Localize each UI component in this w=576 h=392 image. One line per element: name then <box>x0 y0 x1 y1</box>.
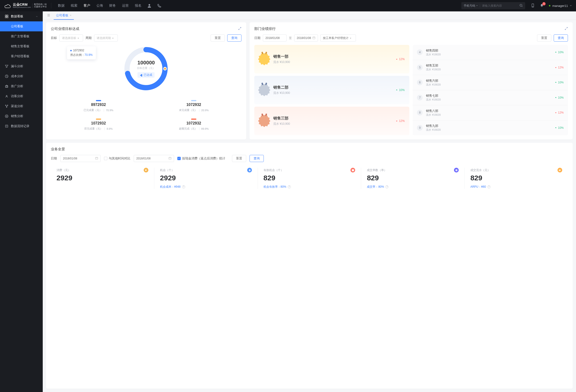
tab-bar: 公司看板 × <box>43 11 576 20</box>
date2-input[interactable]: 2018/01/08 <box>134 155 174 162</box>
kpi-1: 机会（个）2929机会成本：¥948? <box>154 168 258 189</box>
kpi-indigo-icon <box>454 168 459 173</box>
goal-label: 目标 <box>51 36 57 40</box>
kpi-orange-icon <box>144 168 148 173</box>
sidebar-item-2[interactable]: 销售主管看板 <box>0 41 43 51</box>
nav-item-4[interactable]: 财务 <box>109 3 116 8</box>
target-total-label: 目标总量（元） <box>137 66 155 70</box>
close-icon[interactable]: × <box>70 14 71 17</box>
cash-checkbox[interactable]: 按现金消费（返点后消费）统计 <box>177 156 225 161</box>
nav-item-0[interactable]: 数据 <box>58 3 65 8</box>
phone-icon[interactable] <box>157 3 161 8</box>
rank-top-3: 3销售三部流水 ¥10,90012% <box>254 107 409 135</box>
help-icon[interactable]: ? <box>288 185 291 188</box>
nav-item-3[interactable]: 公海 <box>96 3 103 8</box>
chevron-up-icon <box>36 15 38 18</box>
rank-top-2: 2销售二部流水 ¥10,90010% <box>254 76 409 104</box>
expand-icon[interactable] <box>565 27 568 31</box>
rank-top-1: 1销售一部流水 ¥10,90012% <box>254 45 409 73</box>
user-icon[interactable] <box>147 3 151 8</box>
svg-rect-20 <box>313 37 315 39</box>
sidebar-link-cost[interactable]: 成本分析 <box>0 71 43 81</box>
chart-tooltip: 1072932 所占比例：70.9% <box>67 46 96 60</box>
notification-badge: 5 <box>542 2 546 5</box>
query-button[interactable]: 查询 <box>554 34 568 42</box>
query-button[interactable]: 查询 <box>250 155 264 162</box>
collapse-sidebar-icon[interactable] <box>44 14 50 18</box>
help-icon[interactable]: ? <box>182 185 185 188</box>
sidebar-item-0[interactable]: 公司看板 <box>0 21 43 31</box>
card-title: 公司业绩目标达成 <box>51 27 79 31</box>
user-menu[interactable]: manager11 <box>549 4 572 8</box>
search-icon[interactable] <box>519 4 523 8</box>
nav-item-1[interactable]: 线索 <box>71 3 77 8</box>
svg-point-3 <box>533 6 533 7</box>
username: manager11 <box>552 4 568 8</box>
goal-select[interactable]: 请选择目标▾ <box>59 34 83 42</box>
reset-button[interactable]: 重置 <box>211 34 225 42</box>
sidebar-item-1[interactable]: 推广主管看板 <box>0 31 43 41</box>
sidebar-link-sales[interactable]: 销售分析 <box>0 111 43 121</box>
help-icon[interactable]: ? <box>488 185 490 188</box>
bell-icon[interactable]: 5 <box>540 3 544 8</box>
compare-checkbox[interactable]: 与其他时间对比 <box>104 156 130 161</box>
svg-rect-4 <box>5 15 6 16</box>
perf-stat-0: 8972932已完成量（元）70.9% <box>51 97 146 115</box>
main-content: 公司看板 × 公司业绩目标达成 目标 请选择目标▾ 周期 请选择周期▾ <box>43 11 576 392</box>
svg-rect-16 <box>5 125 8 127</box>
rank-row-8: 8销售八部流水 ¥1902012% <box>413 105 568 121</box>
period-label: 周期 <box>86 36 92 40</box>
nav-item-6[interactable]: 报名 <box>135 3 142 8</box>
help-icon[interactable]: ? <box>385 185 388 188</box>
sidebar: 数据看板 公司看板推广主管看板销售主管看板客户经理看板 漏斗分析成本分析推广分析… <box>0 11 43 392</box>
nav-item-5[interactable]: 运营 <box>122 3 129 8</box>
expand-icon[interactable] <box>238 27 241 31</box>
medal-2-icon: 2 <box>259 84 269 96</box>
rank-row-7: 7销售七部流水 ¥1902010% <box>413 90 568 105</box>
sidebar-link-promo[interactable]: 推广分析 <box>0 81 43 91</box>
rank-row-4: 4销售四部流水 ¥1902010% <box>413 45 568 60</box>
flow-icon <box>5 124 8 128</box>
visitor-icon <box>5 94 8 98</box>
rank-row-6: 6销售六部流水 ¥1902010% <box>413 75 568 90</box>
date-start-input[interactable]: 2018/01/08 <box>263 34 287 42</box>
ranking-card: 部门业绩排行 日期 2018/01/08 至 2018/01/08 按工单客户经… <box>250 22 573 139</box>
kpi-4: 成交流水（元）829ARPU：¥80? <box>465 168 568 189</box>
sidebar-link-funnel[interactable]: 漏斗分析 <box>0 61 43 71</box>
sidebar-item-3[interactable]: 客户经理看板 <box>0 51 43 61</box>
query-button[interactable]: 查询 <box>227 34 241 42</box>
sidebar-link-flow[interactable]: 数据流转记录 <box>0 121 43 131</box>
perf-stat-2: 1072932应完成量（元）8.9% <box>51 115 146 134</box>
channel-icon <box>5 104 8 108</box>
date-label: 日期 <box>51 156 57 161</box>
date-end-input[interactable]: 2018/01/08 <box>294 34 318 42</box>
kpi-blue-icon <box>247 168 252 173</box>
sidebar-section-dashboard[interactable]: 数据看板 <box>0 11 43 21</box>
primary-nav: 数据线索客户公海财务运营报名 <box>58 3 142 8</box>
date1-input[interactable]: 2018/01/08 <box>60 155 101 162</box>
cost-icon <box>5 74 8 78</box>
svg-point-14 <box>5 115 8 118</box>
nav-item-2[interactable]: 客户 <box>84 3 90 8</box>
donut-chart: 100000 目标总量（元） 已达成 <box>120 43 172 95</box>
search-box: 手机号码 <box>461 2 525 9</box>
svg-rect-7 <box>7 17 8 18</box>
sidebar-link-channel[interactable]: 渠道分析 <box>0 101 43 111</box>
search-type-select[interactable]: 手机号码 <box>464 4 478 8</box>
perf-stat-3: 1072932超额完成（元）89.9% <box>146 115 241 134</box>
sidebar-link-visitor[interactable]: 访客分析 <box>0 91 43 101</box>
svg-point-13 <box>6 107 7 108</box>
search-input[interactable] <box>480 4 518 7</box>
kpi-red-icon <box>350 168 355 173</box>
sales-icon <box>5 114 8 118</box>
reset-button[interactable]: 重置 <box>537 34 551 42</box>
kpi-amber-icon <box>557 168 562 173</box>
mobile-icon[interactable] <box>531 3 535 8</box>
tab-company-dashboard[interactable]: 公司看板 × <box>54 11 74 20</box>
delta: 12% <box>396 119 404 122</box>
reset-button[interactable]: 重置 <box>232 155 246 162</box>
svg-rect-6 <box>5 17 6 18</box>
card-title: 业务全景 <box>51 147 65 151</box>
period-select[interactable]: 请选择周期▾ <box>94 34 118 42</box>
stat-mode-select[interactable]: 按工单客户经理统计▾ <box>320 34 356 42</box>
